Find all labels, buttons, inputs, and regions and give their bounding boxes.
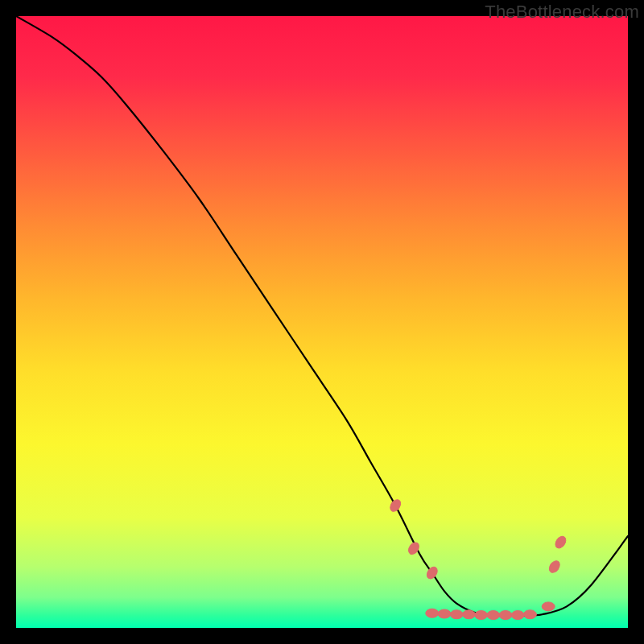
data-marker	[475, 611, 488, 620]
curve-line	[16, 16, 628, 616]
data-marker	[450, 610, 463, 619]
data-marker	[425, 565, 440, 580]
chart-container: TheBottleneck.com	[0, 0, 644, 644]
data-marker	[487, 611, 500, 620]
plot-area	[16, 16, 628, 628]
watermark-text: TheBottleneck.com	[485, 2, 639, 23]
data-marker	[462, 610, 475, 619]
data-marker	[499, 611, 512, 620]
data-marker	[438, 609, 451, 618]
data-marker	[388, 497, 402, 513]
data-marker	[511, 611, 524, 620]
markers-group	[388, 497, 568, 619]
data-marker	[523, 610, 536, 619]
data-marker	[547, 559, 562, 574]
data-marker	[553, 535, 568, 550]
chart-svg	[16, 16, 628, 628]
data-marker	[542, 602, 555, 611]
data-marker	[426, 609, 439, 617]
